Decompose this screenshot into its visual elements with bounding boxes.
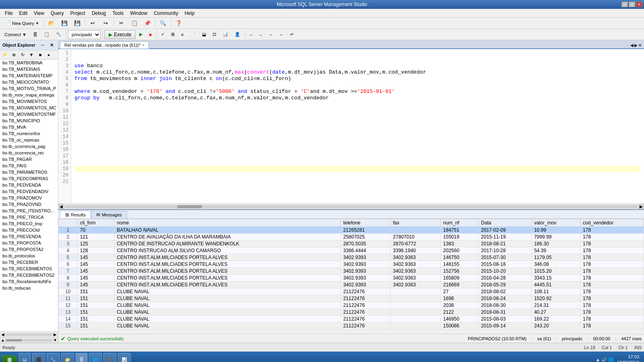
taskbar-unity[interactable]: 🎮 xyxy=(103,353,116,362)
oe-list-item[interactable]: bo.TB_PRECOOId xyxy=(0,227,58,233)
oe-list-item[interactable]: bo.TB_PARAMETROS xyxy=(0,169,58,175)
menu-query[interactable]: Query xyxy=(47,10,67,17)
paste-button[interactable]: 📌 xyxy=(141,19,153,28)
filter-btn[interactable]: 🔧 xyxy=(53,30,64,39)
help-button[interactable]: ❓ xyxy=(173,19,185,28)
code-editor[interactable]: 123456789101112131415161718192021 use ba… xyxy=(58,49,644,204)
increase-indent[interactable]: → xyxy=(266,30,276,39)
tab-close-btn[interactable]: × xyxy=(142,43,144,47)
oe-close-btn[interactable]: ✕ xyxy=(47,41,56,49)
menu-file[interactable]: File xyxy=(2,10,16,17)
include-live-stats[interactable]: 📊 xyxy=(220,30,231,39)
taskbar-excel[interactable]: 📊 xyxy=(118,353,131,362)
table-row[interactable]: 3125CENTRO DE INSTRUCAO ALMIRANTE WANDEN… xyxy=(59,241,644,247)
taskbar-chrome[interactable]: 🌐 xyxy=(89,353,102,362)
oe-list-item[interactable]: bo.TB_PAIS xyxy=(0,162,58,169)
oe-filter-btn[interactable]: ▼ xyxy=(27,51,35,58)
oe-list-item[interactable]: bo.TB_PRE_ITENSTROCA xyxy=(0,208,58,214)
oe-list-item[interactable]: bo.TB_PRAZOVND xyxy=(0,201,58,208)
taskbar-explorer[interactable]: 🗂 xyxy=(19,353,31,362)
menu-community[interactable]: Community xyxy=(151,10,182,17)
close-button[interactable]: ✕ xyxy=(636,2,642,7)
oe-list-item[interactable]: bo.TB_RECEBER xyxy=(0,259,58,265)
comment-sel[interactable]: -- xyxy=(247,30,255,39)
save-all-button[interactable]: 💾 xyxy=(71,19,83,28)
results-to-text[interactable]: ≡ xyxy=(178,30,186,39)
connect-button[interactable]: Connect ▼ xyxy=(2,30,29,39)
undo-button[interactable]: ↩ xyxy=(87,19,99,28)
save-button[interactable]: 💾 xyxy=(58,19,70,28)
hscroll-thumb[interactable] xyxy=(178,205,202,208)
uncomment-sel[interactable]: -- xyxy=(256,30,265,39)
oe-list-item[interactable]: bo.tb_ocorrencia_rec xyxy=(0,150,58,156)
oe-minimize-btn[interactable]: ─ xyxy=(39,41,47,49)
menu-view[interactable]: View xyxy=(31,10,47,17)
start-button[interactable]: ⊞ xyxy=(2,355,17,362)
tab-left-arrow[interactable]: ◀ xyxy=(630,43,634,47)
oe-scroll-right[interactable]: ▶ xyxy=(52,332,58,337)
obj-explorer-btn[interactable]: 📋 xyxy=(41,30,52,39)
results-to-grid[interactable]: ⊞ xyxy=(168,30,178,39)
copy-button[interactable]: 📋 xyxy=(128,19,140,28)
oe-scroll-left[interactable]: ◀ xyxy=(0,332,6,337)
execute-button[interactable]: ▶ Execute xyxy=(104,30,136,39)
tab-right-arrow[interactable]: ▶ xyxy=(634,43,638,47)
oe-connect-btn[interactable]: ⚡ xyxy=(1,51,9,58)
oe-list-item[interactable]: bo.TB_numeronfce xyxy=(0,130,58,137)
find-button[interactable]: 🔍 xyxy=(157,19,169,28)
oe-list-item[interactable]: bo.TB_MOVIMENTOSTMF xyxy=(0,111,58,117)
oe-list-item[interactable]: bo.TB_PRAZOMOV xyxy=(0,195,58,201)
tab-close-all[interactable]: ✕ xyxy=(638,43,642,47)
oe-list-item[interactable]: bo.TB_PEDVENDA xyxy=(0,182,58,188)
stop-button[interactable]: ■ xyxy=(146,30,155,39)
maximize-button[interactable]: □ xyxy=(629,2,635,7)
table-row[interactable]: 10151CLUBE NAVAL21122476272018-08-02108.… xyxy=(59,288,644,295)
oe-list-item[interactable]: bo.tb_protocolos xyxy=(0,253,58,259)
oe-list-item[interactable]: bo.TB_PAGAR xyxy=(0,156,58,162)
table-row[interactable]: 9145CENTRO INST.ALM.MILCIADES PORTELA AL… xyxy=(59,282,644,288)
table-row[interactable]: 6145CENTRO INST.ALM.MILCIADES PORTELA AL… xyxy=(59,261,644,268)
query-tab[interactable]: Rel vendas por dat...ncipado (sa (61))* … xyxy=(60,41,149,49)
menu-debug[interactable]: Debug xyxy=(89,10,109,17)
hscroll-right-btn[interactable]: ▶ xyxy=(638,204,644,210)
tab-messages[interactable]: ✉ Messages xyxy=(91,211,127,218)
oe-list-item[interactable]: bo.TB_MATBOBINA xyxy=(0,60,58,66)
include-actual-plan[interactable]: ⊡ xyxy=(210,30,219,39)
oe-list-item[interactable]: bo.TB_RECEBIMENTOS2 xyxy=(0,272,58,278)
hscroll-left-btn[interactable]: ◀ xyxy=(58,204,64,210)
parse-button[interactable]: ✓ xyxy=(158,30,167,39)
oe-list-item[interactable]: bo.TB_PROPOSTA xyxy=(0,240,58,246)
table-row[interactable]: 11151CLUBE NAVAL2112247616982018-08-2415… xyxy=(59,295,644,302)
menu-window[interactable]: Window xyxy=(127,10,151,17)
tab-results[interactable]: ⊞ Results xyxy=(60,211,91,218)
results-to-file[interactable]: 📄 xyxy=(187,30,198,39)
table-row[interactable]: 7145CENTRO INST.ALM.MILCIADES PORTELA AL… xyxy=(59,268,644,275)
decrease-indent[interactable]: ← xyxy=(277,30,287,39)
debug-button[interactable]: ▶ xyxy=(136,30,145,39)
oe-list-item[interactable]: bo.TB_PRE_TROCA xyxy=(0,214,58,220)
redo-button[interactable]: ↪ xyxy=(100,19,112,28)
taskbar-file-mgr[interactable]: 📁 xyxy=(61,353,74,362)
taskbar-cmd[interactable]: ⬛ xyxy=(32,353,45,362)
menu-edit[interactable]: Edit xyxy=(16,10,31,17)
cut-button[interactable]: ✂ xyxy=(116,19,128,28)
open-button[interactable]: 📂 xyxy=(45,19,58,28)
table-row[interactable]: 170BATALHAO NAVAL212652811847512017-02-0… xyxy=(59,227,644,234)
oe-list-item[interactable]: bo.TB_oc_rejeicao xyxy=(0,137,58,143)
oe-list-item[interactable]: bo.TB_PREVENDA xyxy=(0,233,58,240)
taskbar-ssms2[interactable]: 🗄 xyxy=(76,353,87,362)
oe-more-btn[interactable]: ▸ xyxy=(45,51,53,58)
menu-tools[interactable]: Tools xyxy=(109,10,127,17)
word-wrap[interactable]: ↵ xyxy=(287,30,297,39)
oe-down-btn[interactable]: ▼ xyxy=(52,338,58,342)
oe-list-item[interactable]: bo.TB_MVA xyxy=(0,124,58,130)
oe-list-item[interactable]: bo.TB_MOTIVO_TRAVA_P xyxy=(0,85,58,92)
table-row[interactable]: 5145CENTRO INST.ALM.MILCIADES PORTELA AL… xyxy=(59,254,644,261)
include-client-stats[interactable]: 👤 xyxy=(232,30,243,39)
oe-list-item[interactable]: bo.TB_MATERIAIS xyxy=(0,66,58,72)
oe-list-item[interactable]: bo.TB_RECEBIMENTOS xyxy=(0,265,58,272)
oe-list-item[interactable]: bo.TB_RecebimentoNFe xyxy=(0,278,58,285)
menu-project[interactable]: Project xyxy=(67,10,89,17)
table-row[interactable]: 8145CENTRO INST.ALM.MILCIADES PORTELA AL… xyxy=(59,275,644,282)
oe-stop-btn[interactable]: ■ xyxy=(36,51,44,58)
